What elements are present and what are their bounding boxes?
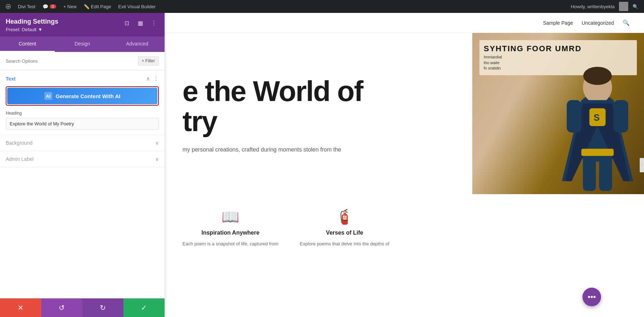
panel-body: Text ∧ ⋮ AI Generate Content With AI <box>0 70 165 298</box>
panel-preset: Preset: Default ▼ <box>6 27 58 32</box>
text-section-header: Text ∧ ⋮ <box>6 75 159 82</box>
svg-rect-8 <box>614 100 628 133</box>
text-section-collapse-icon[interactable]: ∧ <box>146 75 150 82</box>
resize-handle[interactable]: ⋮ <box>640 158 644 172</box>
admin-exit-builder[interactable]: Exit Visual Builder <box>115 0 158 13</box>
text-section: Text ∧ ⋮ AI Generate Content With AI <box>0 70 165 135</box>
panel-title-area: Heading Settings Preset: Default ▼ <box>6 18 58 32</box>
hero-heading: e the World oftry <box>182 76 454 136</box>
admin-greeting: Howdy, writtenbyekta <box>568 0 618 13</box>
card-verses-title: Verses of Life <box>326 230 363 236</box>
superman-icon: S <box>551 58 644 194</box>
admin-edit-page[interactable]: ✏️ Edit Page <box>81 0 114 13</box>
panel-more-icon[interactable]: ⋮ <box>149 18 159 28</box>
background-section-header[interactable]: Background ∨ <box>6 140 159 146</box>
ai-button-label: Generate Content With AI <box>56 93 121 99</box>
admin-bar-right: Howdy, writtenbyekta 🔍 <box>568 0 641 13</box>
panel-fullscreen-icon[interactable]: ⊡ <box>122 18 132 28</box>
ai-button-outline: AI Generate Content With AI <box>6 86 159 106</box>
admin-bar: W Divi Test 💬 0 + New ✏️ Edit Page Exit … <box>0 0 644 13</box>
fire-extinguisher-icon: 🧯 <box>336 208 353 225</box>
cancel-button[interactable]: ✕ <box>0 298 41 317</box>
svg-text:W: W <box>7 5 10 8</box>
tab-content[interactable]: Content <box>0 37 55 52</box>
hero-section: e the World oftry my personal creations,… <box>165 33 644 194</box>
admin-label-section: Admin Label ∨ <box>0 151 165 167</box>
admin-search-icon[interactable]: 🔍 <box>630 0 641 13</box>
card-verses: 🧯 Verses of Life Explore poems that delv… <box>300 208 389 248</box>
svg-rect-11 <box>581 149 614 156</box>
card-verses-desc: Explore poems that delve into the depths… <box>300 240 389 248</box>
tab-advanced[interactable]: Advanced <box>110 37 165 52</box>
admin-site-name[interactable]: Divi Test <box>15 0 38 13</box>
panel-layout-icon[interactable]: ▦ <box>135 18 145 28</box>
background-section: Background ∨ <box>0 135 165 151</box>
background-section-title: Background <box>6 140 33 146</box>
panel-bottom-bar: ✕ ↺ ↻ ✓ <box>0 298 165 317</box>
fab-button[interactable]: ••• <box>582 288 601 306</box>
hero-text: e the World oftry my personal creations,… <box>165 33 472 194</box>
filter-button[interactable]: + Filter <box>138 56 159 66</box>
svg-rect-10 <box>599 155 612 191</box>
hero-subtext: my personal creations, crafted during mo… <box>182 145 361 154</box>
panel-tabs: Content Design Advanced <box>0 37 165 52</box>
main-wrapper: Heading Settings Preset: Default ▼ ⊡ ▦ ⋮… <box>0 13 644 317</box>
cards-section: 📖 Inspiration Anywhere Each poem is a sn… <box>165 194 644 262</box>
nav-uncategorized[interactable]: Uncategorized <box>582 20 614 26</box>
admin-comments[interactable]: 💬 0 <box>40 0 59 13</box>
card-inspiration-title: Inspiration Anywhere <box>201 230 259 236</box>
svg-rect-9 <box>583 155 596 191</box>
wp-logo[interactable]: W <box>3 1 14 12</box>
save-button[interactable]: ✓ <box>123 298 165 317</box>
nav-sample-page[interactable]: Sample Page <box>543 20 573 26</box>
admin-avatar <box>619 2 628 11</box>
content-area: Sample Page Uncategorized 🔍 e the World … <box>165 13 644 317</box>
tab-design[interactable]: Design <box>55 37 109 52</box>
card-inspiration-desc: Each poem is a snapshot of life, capture… <box>182 240 278 248</box>
text-section-more-icon[interactable]: ⋮ <box>153 75 159 82</box>
ai-icon: AI <box>44 92 52 100</box>
text-section-icons: ∧ ⋮ <box>146 75 159 82</box>
panel-search: + Filter <box>0 52 165 70</box>
heading-input[interactable] <box>6 118 159 130</box>
card-inspiration: 📖 Inspiration Anywhere Each poem is a sn… <box>182 208 278 248</box>
svg-text:S: S <box>594 112 600 123</box>
superhero-overlay: S <box>472 33 644 194</box>
ai-button-wrapper: AI Generate Content With AI <box>6 86 159 106</box>
admin-new[interactable]: + New <box>60 0 79 13</box>
panel-header-icons: ⊡ ▦ ⋮ <box>122 18 159 28</box>
background-chevron-icon: ∨ <box>155 140 159 146</box>
search-input[interactable] <box>6 58 135 64</box>
redo-button[interactable]: ↻ <box>82 298 123 317</box>
undo-button[interactable]: ↺ <box>41 298 82 317</box>
panel-header: Heading Settings Preset: Default ▼ ⊡ ▦ ⋮ <box>0 13 165 37</box>
site-header: Sample Page Uncategorized 🔍 <box>165 13 644 33</box>
admin-label-chevron-icon: ∨ <box>155 156 159 162</box>
svg-rect-7 <box>567 100 581 133</box>
site-search-icon[interactable]: 🔍 <box>623 19 630 26</box>
preset-chevron-icon[interactable]: ▼ <box>38 27 43 32</box>
svg-point-4 <box>583 67 612 85</box>
panel-title: Heading Settings <box>6 18 58 25</box>
admin-label-title: Admin Label <box>6 156 34 162</box>
generate-content-ai-button[interactable]: AI Generate Content With AI <box>7 88 157 104</box>
book-open-icon: 📖 <box>221 208 239 225</box>
heading-field-label: Heading <box>6 111 159 116</box>
hero-image: SYHTING FOOR UMRD Immiardial tho waite f… <box>472 33 644 194</box>
text-section-title: Text <box>6 76 16 82</box>
settings-panel: Heading Settings Preset: Default ▼ ⊡ ▦ ⋮… <box>0 13 165 317</box>
admin-label-header[interactable]: Admin Label ∨ <box>6 156 159 162</box>
